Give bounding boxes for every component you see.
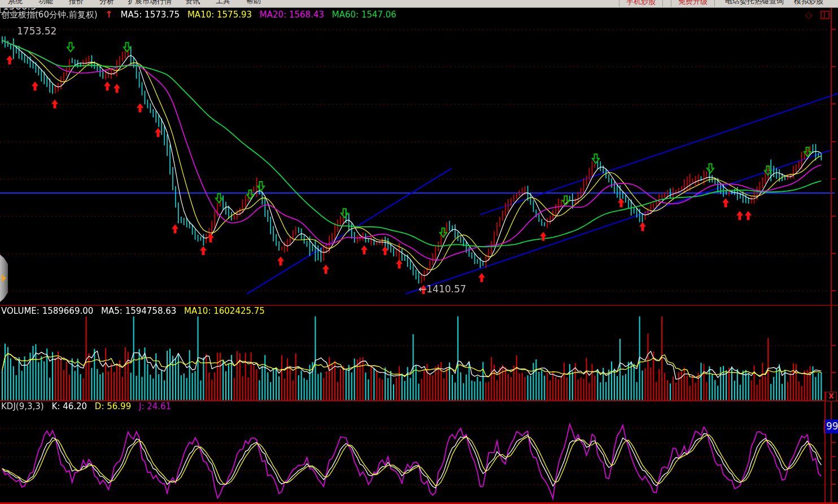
- main-chart-pane[interactable]: [0, 8, 838, 305]
- kdj-header: KDJ(9,3,3) K: 46.20 D: 56.99 J: 24.61: [1, 401, 176, 411]
- menu-right-text[interactable]: 电话委托热键查询: [725, 0, 784, 6]
- kdj-params: KDJ(9,3,3): [1, 401, 44, 411]
- volume-pane[interactable]: [0, 305, 838, 401]
- menu-button-red-1[interactable]: 手机炒股: [619, 0, 663, 7]
- menu-right-text-2[interactable]: 模拟炒股: [794, 0, 823, 6]
- menu-item-function[interactable]: 功能: [30, 0, 61, 6]
- diamond-icon[interactable]: ◇: [805, 9, 813, 20]
- chart-title: 创业板指(60分钟.前复权): [1, 10, 98, 20]
- app-window: 系统 功能 报价 分析 扩展市场行情 资讯 工具 帮助 手机炒股 免费升级 电话…: [0, 0, 838, 504]
- menu-bar: 系统 功能 报价 分析 扩展市场行情 资讯 工具 帮助 手机炒股 免费升级 电话…: [0, 0, 838, 8]
- window-split-bar: [824, 12, 825, 18]
- ma10-value: MA10: 1575.93: [187, 10, 252, 20]
- ma5-value: MA5: 1573.75: [121, 10, 180, 20]
- low-price-label: ←1410.57: [418, 283, 466, 295]
- kdj-j-value: J: 24.61: [139, 401, 171, 411]
- kdj-d-value: D: 56.99: [95, 401, 131, 411]
- menu-item-extended-market[interactable]: 扩展市场行情: [122, 0, 177, 6]
- menu-button-red-2[interactable]: 免费升级: [671, 0, 715, 7]
- menu-item-tools[interactable]: 工具: [208, 0, 238, 6]
- menu-item-system[interactable]: 系统: [0, 0, 30, 6]
- kdj-scale-badge: 99: [824, 419, 838, 433]
- indicator-close-button[interactable]: X: [826, 392, 837, 401]
- main-chart-header: 创业板指(60分钟.前复权) ↑ MA5: 1573.75 MA10: 1575…: [1, 9, 401, 20]
- expand-arrow-icon: [2, 274, 6, 282]
- menu-item-help[interactable]: 帮助: [238, 0, 269, 6]
- volume-header: VOLUME: 1589669.00 MA5: 1594758.63 MA10:…: [1, 306, 270, 316]
- high-price-label: 1753.52: [17, 25, 56, 37]
- menu-item-news[interactable]: 资讯: [177, 0, 208, 6]
- volume-ma5-value: MA5: 1594758.63: [101, 306, 176, 316]
- menu-item-quotes[interactable]: 报价: [61, 0, 91, 6]
- ma60-value: MA60: 1547.06: [332, 10, 396, 20]
- kdj-k-value: K: 46.20: [51, 401, 87, 411]
- kdj-pane[interactable]: [0, 401, 838, 503]
- window-split-icon[interactable]: [820, 11, 830, 19]
- ma20-value: MA20: 1568.43: [260, 10, 324, 20]
- menu-item-analysis[interactable]: 分析: [91, 0, 122, 6]
- up-arrow-icon: ↑: [105, 9, 112, 20]
- volume-value: VOLUME: 1589669.00: [1, 306, 93, 316]
- volume-ma10-value: MA10: 1602425.75: [184, 306, 265, 316]
